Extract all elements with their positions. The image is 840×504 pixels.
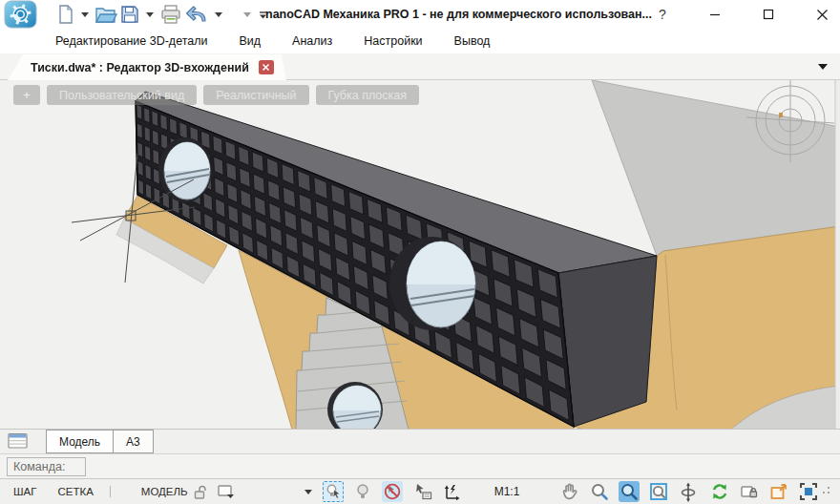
screw-left (158, 137, 212, 202)
menu-output[interactable]: Вывод (454, 34, 491, 48)
minimize-button[interactable] (693, 0, 737, 29)
lightbulb-icon[interactable] (352, 481, 373, 502)
undo-dropdown-icon[interactable] (215, 12, 222, 17)
screw-center (389, 237, 475, 330)
new-file-button[interactable] (55, 2, 76, 27)
pan-hand-icon[interactable] (559, 481, 580, 502)
visual-style-button[interactable]: Реалистичный (203, 85, 308, 105)
grid-toggle[interactable]: СЕТКА (57, 486, 93, 497)
print-button[interactable] (158, 2, 183, 27)
drawing-viewport[interactable]: + Пользовательский вид Реалистичный Губк… (0, 80, 840, 429)
viewport-canvas[interactable] (0, 80, 840, 429)
redo-dropdown-icon[interactable] (243, 12, 251, 17)
sheet-tab-model[interactable]: Модель (46, 430, 114, 453)
viewport-toolbar: + Пользовательский вид Реалистичный Губк… (13, 85, 419, 105)
save-dropdown-icon[interactable] (146, 12, 154, 17)
model-space-toggle[interactable]: МОДЕЛЬ (141, 486, 188, 497)
save-floppy-icon (119, 4, 140, 25)
part-name-button[interactable]: Губка плоская (316, 85, 420, 105)
close-icon (816, 9, 829, 21)
zoom-realtime-active-icon[interactable] (619, 481, 640, 502)
sheet-list-icon[interactable] (8, 432, 29, 450)
window-export-icon[interactable] (768, 481, 789, 502)
orbit-icon[interactable] (678, 481, 699, 502)
tab-list-dropdown-icon[interactable] (818, 64, 828, 70)
new-file-dropdown-icon[interactable] (81, 12, 89, 17)
unlock-padlock-icon[interactable] (190, 481, 211, 502)
menu-analysis[interactable]: Анализ (292, 34, 332, 48)
tab-close-icon (262, 63, 270, 72)
regen-refresh-icon[interactable] (709, 481, 730, 502)
print-icon (159, 4, 182, 25)
dynamic-input-axes-icon[interactable] (441, 481, 462, 502)
statusbar-dropdown-icon[interactable] (304, 490, 312, 494)
document-tab[interactable]: Тиски.dwa* : Редактор 3D-вхождений (8, 54, 286, 80)
menu-edit-3d-part[interactable]: Редактирование 3D-детали (55, 34, 207, 48)
undo-button[interactable] (183, 2, 210, 27)
undo-arrow-icon (184, 4, 209, 25)
snap-toggle[interactable]: ШАГ (13, 486, 36, 497)
minimize-icon (709, 9, 721, 20)
open-folder-icon (94, 4, 117, 25)
menu-settings[interactable]: Настройки (364, 34, 422, 48)
tab-close-button[interactable] (259, 60, 274, 74)
app-logo-icon (4, 0, 38, 29)
document-tab-label: Тиски.dwa* : Редактор 3D-вхождений (31, 61, 249, 74)
menu-bar: Редактирование 3D-детали Вид Анализ Наст… (0, 29, 840, 53)
close-button[interactable] (800, 0, 840, 29)
sheet-tab-a3[interactable]: А3 (113, 430, 154, 453)
menu-view[interactable]: Вид (239, 34, 261, 48)
resize-grip[interactable] (821, 481, 832, 502)
locked-layout-icon[interactable] (739, 481, 760, 502)
maximize-icon (763, 9, 774, 20)
title-bar: nanoCAD Механика PRO 1 - не для коммерче… (0, 0, 840, 29)
command-line[interactable]: Команда: (0, 453, 840, 478)
save-button[interactable] (118, 2, 141, 27)
window-title: nanoCAD Механика PRO 1 - не для коммерче… (265, 0, 652, 29)
no-selection-icon[interactable] (382, 481, 403, 502)
quick-access-toolbar (55, 2, 270, 27)
open-file-button[interactable] (94, 2, 118, 27)
status-bar: ШАГ СЕТКА МОДЕЛЬ (0, 478, 840, 504)
zoom-window-icon[interactable] (648, 481, 669, 502)
add-view-button[interactable]: + (13, 85, 40, 105)
viewport-right-strip (835, 80, 840, 429)
fullscreen-icon[interactable] (798, 481, 819, 502)
viewport-display-icon[interactable] (215, 481, 236, 502)
application-window: nanoCAD Механика PRO 1 - не для коммерче… (0, 0, 840, 504)
new-file-icon (56, 4, 75, 25)
help-button[interactable]: ? (651, 0, 674, 29)
statusbar-separator (110, 486, 111, 497)
maximize-button[interactable] (746, 0, 790, 29)
command-prompt[interactable]: Команда: (7, 457, 86, 476)
zoom-icon[interactable] (589, 481, 610, 502)
document-tab-bar: Тиски.dwa* : Редактор 3D-вхождений (0, 53, 840, 80)
cursor-context-menu-icon[interactable] (412, 481, 433, 502)
view-preset-button[interactable]: Пользовательский вид (47, 85, 197, 105)
selection-cycling-icon[interactable] (323, 481, 344, 502)
sheet-tab-bar: Модель А3 (0, 429, 840, 453)
scale-indicator[interactable]: M1:1 (494, 485, 520, 498)
